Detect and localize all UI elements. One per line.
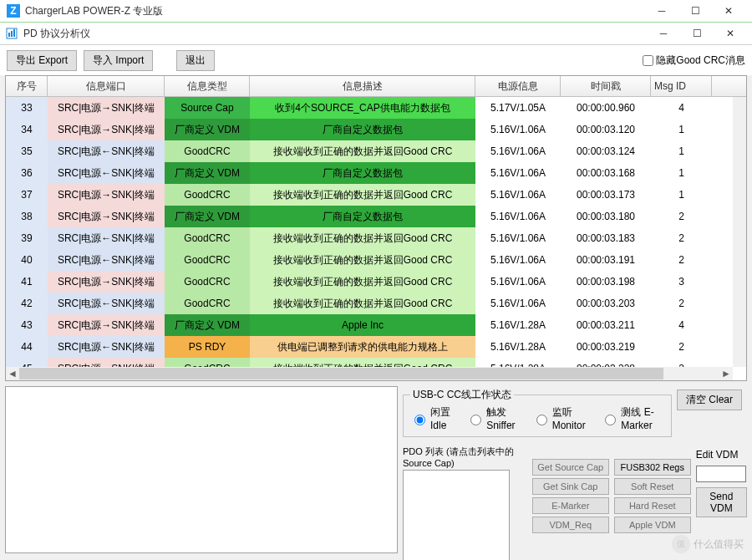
table-row[interactable]: 39SRC|电源←SNK|终端GoodCRC接收端收到正确的数据并返回Good … [6,227,746,249]
clear-button[interactable]: 清空 Clear [677,389,742,410]
radio-emarker[interactable]: 测线 E-Marker [601,405,664,431]
table-row[interactable]: 37SRC|电源→SNK|终端GoodCRC接收端收到正确的数据并返回Good … [6,184,746,206]
table-row[interactable]: 43SRC|电源→SNK|终端厂商定义 VDMApple Inc5.16V/1.… [6,314,746,336]
analyzer-icon [5,27,18,40]
exit-button[interactable]: 退出 [176,50,215,71]
vdm-req-button[interactable]: VDM_Req [532,517,609,533]
scroll-thumb[interactable] [19,368,663,379]
soft-reset-button[interactable]: Soft Reset [614,478,691,495]
send-vdm-button[interactable]: Send VDM [696,487,747,517]
svg-rect-3 [13,29,15,37]
col-seq[interactable]: 序号 [6,76,48,96]
get-source-cap-button[interactable]: Get Source Cap [532,459,609,476]
table-body: 33SRC|电源→SNK|终端Source Cap收到4个SOURCE_CAP供… [6,97,746,379]
col-desc[interactable]: 信息描述 [250,76,475,96]
table-row[interactable]: 41SRC|电源→SNK|终端GoodCRC接收端收到正确的数据并返回Good … [6,271,746,293]
edit-vdm-label: Edit VDM [696,449,747,461]
radio-monitor[interactable]: 监听 Monitor [532,405,590,431]
message-table: 序号 信息端口 信息类型 信息描述 电源信息 时间戳 Msg ID 33SRC|… [5,75,747,381]
svg-rect-1 [8,33,10,37]
import-button[interactable]: 导入 Import [84,50,153,71]
fusb302-button[interactable]: FUSB302 Regs [614,459,691,476]
scroll-right-icon[interactable]: ► [719,367,733,380]
hide-goodcrc-label: 隐藏Good CRC消息 [656,53,745,68]
edit-vdm-input[interactable] [696,466,746,482]
watermark-text: 什么值得买 [694,537,744,552]
col-type[interactable]: 信息类型 [165,76,250,96]
col-msgid[interactable]: Msg ID [651,76,712,96]
table-row[interactable]: 35SRC|电源←SNK|终端GoodCRC接收端收到正确的数据并返回Good … [6,140,746,162]
scroll-left-icon[interactable]: ◄ [6,367,19,380]
table-header: 序号 信息端口 信息类型 信息描述 电源信息 时间戳 Msg ID [6,76,746,97]
inner-close-button[interactable]: ✕ [714,24,747,43]
table-row[interactable]: 36SRC|电源←SNK|终端厂商定义 VDM厂商自定义数据包5.16V/1.0… [6,162,746,184]
get-sink-cap-button[interactable]: Get Sink Cap [532,478,609,495]
cc-state-legend: USB-C CC线工作状态 [410,388,514,402]
cc-state-group: USB-C CC线工作状态 闲置 Idle 触发 Sniffer 监听 Moni… [403,388,672,437]
outer-title: ChargerLAB POWER-Z 专业版 [25,4,645,18]
maximize-button[interactable]: ☐ [678,2,712,20]
col-port[interactable]: 信息端口 [48,76,165,96]
outer-titlebar: Z ChargerLAB POWER-Z 专业版 ─ ☐ ✕ [0,0,752,23]
emarker-button[interactable]: E-Marker [532,497,609,514]
col-time[interactable]: 时间戳 [561,76,651,96]
export-button[interactable]: 导出 Export [7,50,77,71]
col-power[interactable]: 电源信息 [475,76,561,96]
horizontal-scrollbar[interactable]: ◄ ► [6,367,733,380]
radio-idle[interactable]: 闲置 Idle [410,405,455,431]
inner-minimize-button[interactable]: ─ [647,24,680,43]
pdo-list-label: PDO 列表 (请点击列表中的Source Cap) [403,445,527,468]
vertical-scrollbar[interactable] [733,97,746,367]
hide-goodcrc-input[interactable] [643,55,653,66]
table-row[interactable]: 44SRC|电源←SNK|终端PS RDY供电端已调整到请求的供电能力规格上5.… [6,336,746,358]
inner-maximize-button[interactable]: ☐ [680,24,714,43]
right-panel: USB-C CC线工作状态 闲置 Idle 触发 Sniffer 监听 Moni… [403,386,747,553]
table-row[interactable]: 38SRC|电源→SNK|终端厂商定义 VDM厂商自定义数据包5.16V/1.0… [6,206,746,227]
hard-reset-button[interactable]: Hard Reset [614,497,691,514]
watermark: 值 什么值得买 [672,535,744,553]
radio-sniffer[interactable]: 触发 Sniffer [466,405,521,431]
toolbar: 导出 Export 导入 Import 退出 隐藏Good CRC消息 [0,45,752,75]
inner-titlebar: PD 协议分析仪 ─ ☐ ✕ [0,23,752,45]
close-button[interactable]: ✕ [712,2,745,20]
table-row[interactable]: 34SRC|电源→SNK|终端厂商定义 VDM厂商自定义数据包5.16V/1.0… [6,119,746,140]
minimize-button[interactable]: ─ [645,2,678,20]
app-icon: Z [7,4,20,18]
inner-title: PD 协议分析仪 [23,27,647,41]
table-row[interactable]: 42SRC|电源←SNK|终端GoodCRC接收端收到正确的数据并返回Good … [6,293,746,314]
pdo-list[interactable] [403,470,510,560]
svg-rect-2 [11,31,13,37]
left-blank-panel [5,386,398,553]
watermark-icon: 值 [672,535,690,553]
table-row[interactable]: 40SRC|电源←SNK|终端GoodCRC接收端收到正确的数据并返回Good … [6,249,746,271]
table-row[interactable]: 33SRC|电源→SNK|终端Source Cap收到4个SOURCE_CAP供… [6,97,746,119]
apple-vdm-button[interactable]: Apple VDM [614,517,691,533]
hide-goodcrc-checkbox[interactable]: 隐藏Good CRC消息 [643,53,745,68]
